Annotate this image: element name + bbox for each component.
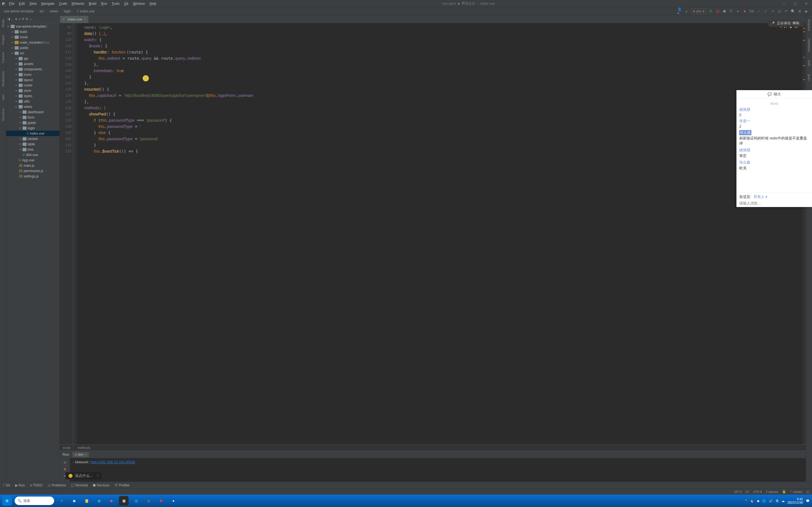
pull-icon[interactable]: ✓ bbox=[757, 9, 761, 13]
editor-breadcrumb[interactable]: script〉methods bbox=[60, 445, 806, 451]
minimize-button[interactable]: ─ bbox=[778, 0, 790, 7]
notifications-icon[interactable]: 💬 bbox=[806, 499, 810, 503]
start-button[interactable]: ⊞ bbox=[2, 496, 12, 506]
tree-item[interactable]: >icons bbox=[6, 72, 59, 77]
app-icon[interactable]: ◆ bbox=[107, 496, 116, 506]
menu-run[interactable]: Run bbox=[99, 2, 109, 6]
close-button[interactable]: ✕ bbox=[801, 0, 812, 7]
ime-indicator[interactable]: 英 bbox=[776, 499, 779, 503]
tree-item[interactable]: >api bbox=[6, 56, 59, 61]
tool-tab-run[interactable]: ▶ Run bbox=[15, 483, 25, 487]
tree-item[interactable]: >store bbox=[6, 88, 59, 93]
tree-item[interactable]: >styles bbox=[6, 93, 59, 99]
push-icon[interactable]: ↗ bbox=[770, 9, 775, 13]
tree-item[interactable]: VApp.vue bbox=[6, 158, 59, 163]
indent[interactable]: 2 spaces bbox=[766, 490, 778, 494]
tool-commit[interactable]: Commit bbox=[1, 51, 5, 64]
tool-tab-services[interactable]: ⬢ Services bbox=[93, 483, 109, 487]
tool-structure[interactable]: Structure bbox=[1, 107, 5, 122]
chat-user[interactable]: 李君一 bbox=[739, 119, 809, 124]
tool-tab-terminal[interactable]: ▢ Terminal bbox=[71, 483, 88, 487]
run-anything-icon[interactable]: ▶ bbox=[804, 9, 809, 13]
menu-view[interactable]: View bbox=[27, 2, 39, 6]
tool-tab-git[interactable]: ᚶ Git bbox=[3, 483, 10, 487]
tree-item[interactable]: >guide bbox=[6, 120, 59, 125]
vscode-icon[interactable]: ✕ bbox=[57, 496, 66, 506]
crumb[interactable]: src bbox=[38, 9, 45, 13]
app-icon[interactable]: ◎ bbox=[144, 496, 153, 506]
commit-icon[interactable]: ✓ bbox=[763, 9, 768, 13]
tree-item[interactable]: vlogin bbox=[6, 125, 59, 131]
sound-icon[interactable]: 🔊 bbox=[769, 499, 773, 503]
app-icon[interactable]: ● bbox=[168, 496, 178, 506]
code-content[interactable]: name: 'Login', data() {...}, watch: { $r… bbox=[77, 23, 806, 445]
tool-tab-profiler[interactable]: ⏱ Profiler bbox=[114, 483, 130, 487]
menu-help[interactable]: Help bbox=[147, 2, 159, 6]
tree-item[interactable]: vviews bbox=[6, 104, 59, 109]
tree-item[interactable]: JSsettings.js bbox=[6, 173, 59, 179]
stop-icon[interactable]: ■ bbox=[64, 467, 66, 471]
settings-icon[interactable]: ⚙ bbox=[797, 9, 802, 13]
network-url[interactable]: http://192.168.10.161:9528/ bbox=[91, 460, 135, 464]
tree-item[interactable]: >tree bbox=[6, 147, 59, 152]
crumb[interactable]: login bbox=[63, 9, 72, 13]
tray-icon[interactable]: ☁ bbox=[781, 499, 784, 503]
tool-tab-todo[interactable]: ≡ TODO bbox=[30, 483, 43, 487]
run-icon[interactable]: ↻ bbox=[709, 9, 713, 13]
project-view-icon[interactable]: ◨ bbox=[7, 17, 10, 21]
chat-user[interactable]: 姚旭朋 bbox=[739, 148, 809, 153]
tree-item[interactable]: >build bbox=[6, 29, 59, 34]
say-something[interactable]: 😊 说点什么... 〈 bbox=[65, 472, 101, 480]
intellij-icon[interactable]: ▦ bbox=[119, 496, 129, 506]
debug-icon[interactable]: 🐞 bbox=[715, 9, 720, 13]
tool-gram[interactable]: gram bbox=[808, 73, 811, 82]
editor[interactable]: ●17 ▲18 ˆˇ 82831151161171181191201211221… bbox=[60, 23, 806, 445]
user-icon[interactable]: 👤▾ bbox=[677, 9, 682, 13]
chat-messages[interactable]: 09:40姚旭朋2李君一2张众森刷新验证码的时候 redis中的值是不是覆盖掉姚… bbox=[737, 99, 812, 192]
crumb[interactable]: vue-admin-template bbox=[3, 9, 35, 13]
stop-icon[interactable]: ■ bbox=[742, 9, 747, 13]
coverage-icon[interactable]: ⬢ bbox=[722, 9, 726, 13]
menu-build[interactable]: Build bbox=[87, 2, 99, 6]
rerun-icon[interactable]: ↻ bbox=[63, 460, 66, 465]
tool-tab-problems[interactable]: ⚠ Problems bbox=[48, 483, 66, 487]
explorer-icon[interactable]: ▇ bbox=[82, 496, 91, 506]
tree-item[interactable]: >table bbox=[6, 142, 59, 147]
tree-item[interactable]: >form bbox=[6, 115, 59, 120]
tool-request[interactable]: Request bbox=[808, 18, 811, 32]
tree-item[interactable]: >assets bbox=[6, 61, 59, 66]
memory-icon[interactable]: ◱ bbox=[806, 490, 809, 494]
editor-tab[interactable]: V index.vue × bbox=[60, 16, 89, 23]
tree-root[interactable]: vvue-admin-template C: bbox=[6, 24, 59, 29]
tree-item[interactable]: >node_modules librar bbox=[6, 40, 59, 45]
fold-strip[interactable] bbox=[73, 23, 77, 445]
tray-icon[interactable]: ◆ bbox=[757, 499, 759, 503]
encoding[interactable]: UTF-8 bbox=[753, 490, 762, 494]
tray-icon[interactable]: ⌃ bbox=[745, 499, 748, 503]
menu-file[interactable]: File bbox=[7, 2, 17, 6]
file-tree[interactable]: vvue-admin-template C:>build>mock>node_m… bbox=[6, 23, 59, 482]
minimap[interactable] bbox=[802, 23, 806, 445]
app-icon[interactable]: ▣ bbox=[94, 496, 104, 506]
chat-user[interactable]: 姚旭朋 bbox=[739, 107, 809, 112]
maximize-button[interactable]: ▢ bbox=[790, 0, 801, 7]
chat-user[interactable]: 张众森 bbox=[739, 130, 751, 135]
history-icon[interactable]: ◷ bbox=[777, 9, 781, 13]
collapse-icon[interactable]: 〈 bbox=[95, 473, 99, 478]
collapse-icon[interactable]: ⇵ bbox=[22, 17, 24, 21]
tree-item[interactable]: >dashboard bbox=[6, 109, 59, 115]
target-icon[interactable]: ⊕ bbox=[15, 17, 17, 21]
run-output[interactable]: - Network: http://192.168.10.161:9528/ 😊… bbox=[70, 458, 806, 482]
chat-input[interactable] bbox=[739, 201, 809, 205]
run-config-tab[interactable]: ■dev× bbox=[72, 452, 89, 457]
tree-item[interactable]: vsrc bbox=[6, 50, 59, 56]
tool-npm[interactable]: npm bbox=[1, 93, 5, 101]
menu-tools[interactable]: Tools bbox=[109, 2, 122, 6]
tree-item[interactable]: >nested bbox=[6, 136, 59, 142]
sort-icon[interactable]: ≡ bbox=[18, 17, 20, 21]
clock[interactable]: 9:42 2022/11/30 bbox=[788, 497, 803, 504]
cursor-position[interactable]: 157:4 bbox=[734, 490, 742, 494]
line-separator[interactable]: LF bbox=[746, 490, 749, 494]
network-icon[interactable]: 🌐 bbox=[762, 499, 766, 503]
branch[interactable]: ᚶ master bbox=[790, 490, 802, 494]
